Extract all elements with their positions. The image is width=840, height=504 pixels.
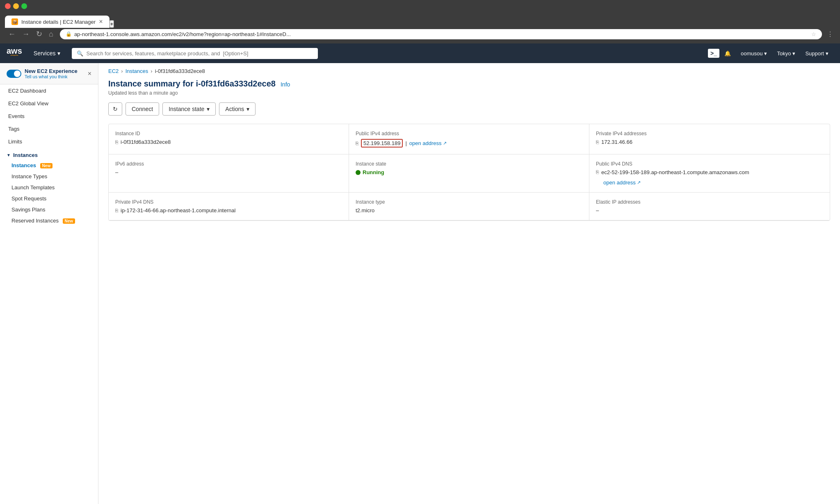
actions-button[interactable]: Actions ▾ [219, 102, 256, 116]
sidebar-item-savings-plans[interactable]: Savings Plans [0, 204, 98, 215]
services-button[interactable]: Services ▾ [29, 50, 65, 57]
copy-public-ipv4-icon[interactable]: ⎘ [356, 141, 358, 146]
terminal-icon[interactable]: >_ [708, 49, 719, 58]
region-text: Tokyo [777, 50, 791, 57]
private-ipv4-label: Private IPv4 addresses [596, 131, 823, 136]
copy-private-dns-icon[interactable]: ⎘ [115, 208, 118, 213]
detail-cell-public-ipv4: Public IPv4 address ⎘ 52.199.158.189 | o… [349, 124, 589, 154]
sidebar-item-launch-templates[interactable]: Launch Templates [0, 182, 98, 193]
sidebar-item-tags[interactable]: Tags [0, 123, 98, 135]
instance-type-value: t2.micro [356, 207, 582, 213]
reserved-new-badge: New [63, 218, 75, 224]
instance-id-value: ⎘ i-0f31fd6a333d2ece8 [115, 139, 342, 145]
public-dns-text: ec2-52-199-158-189.ap-northeast-1.comput… [601, 169, 749, 175]
search-input[interactable] [87, 50, 313, 57]
instance-type-text: t2.micro [356, 207, 374, 213]
copy-private-ipv4-icon[interactable]: ⎘ [596, 139, 599, 145]
sidebar-item-limits[interactable]: Limits [0, 135, 98, 148]
instance-id-text: i-0f31fd6a333d2ece8 [121, 139, 171, 145]
region-button[interactable]: Tokyo ▾ [772, 43, 800, 63]
detail-cell-private-ipv4: Private IPv4 addresses ⎘ 172.31.46.66 [589, 124, 830, 154]
new-experience-link[interactable]: Tell us what you think [25, 74, 78, 79]
copy-public-dns-icon[interactable]: ⎘ [596, 169, 599, 175]
nav-home-button[interactable]: ⌂ [46, 28, 57, 40]
user-menu-button[interactable]: oomusou ▾ [736, 43, 772, 63]
search-bar[interactable]: 🔍 [72, 48, 318, 59]
detail-grid: Instance ID ⎘ i-0f31fd6a333d2ece8 Public… [108, 124, 830, 221]
new-experience-toggle[interactable] [7, 70, 21, 78]
instance-id-label: Instance ID [115, 131, 342, 136]
support-text: Support [805, 50, 824, 57]
search-icon: 🔍 [77, 50, 83, 57]
lock-icon: 🔒 [66, 31, 72, 37]
aws-logo-text: aws [7, 47, 22, 55]
info-link[interactable]: Info [281, 81, 290, 88]
new-experience-close[interactable]: × [88, 70, 91, 77]
window-control-minimize[interactable] [13, 3, 19, 9]
open-address-link[interactable]: open address ↗ [409, 140, 447, 146]
instance-summary: Instance summary for i-0f31fd6a333d2ece8… [98, 79, 840, 231]
nav-refresh-button[interactable]: ↻ [33, 28, 46, 40]
tab-close-button[interactable]: × [99, 18, 103, 25]
action-buttons: ↻ Connect Instance state ▾ Actions ▾ [108, 102, 830, 116]
sidebar-item-events[interactable]: Events [0, 110, 98, 123]
running-status: Running [356, 169, 384, 175]
ipv6-label: IPv6 address [115, 161, 342, 167]
instances-caret-icon: ▼ [7, 153, 11, 157]
public-ipv4-text: 52.199.158.189 [361, 139, 403, 148]
window-control-close[interactable] [5, 3, 11, 9]
open-dns-address-link[interactable]: open address ↗ [603, 179, 641, 186]
aws-logo: aws ⁀⁀ [7, 47, 22, 60]
notifications-button[interactable]: 🔔 [719, 43, 736, 63]
ipv6-value: – [115, 169, 342, 175]
browser-tab[interactable]: 📦 Instance details | EC2 Manager × [5, 16, 110, 28]
connect-button[interactable]: Connect [126, 102, 159, 116]
browser-action-btn[interactable]: ⋮ [825, 29, 835, 40]
sidebar-section-instances[interactable]: ▼ Instances [0, 148, 98, 160]
breadcrumb-sep-1: › [121, 68, 123, 74]
new-experience-label: New EC2 Experience [25, 68, 78, 74]
private-dns-label: Private IPv4 DNS [115, 199, 342, 205]
nav-forward-button[interactable]: → [19, 28, 33, 40]
sidebar-item-ec2-dashboard[interactable]: EC2 Dashboard [0, 84, 98, 97]
public-dns-value: ⎘ ec2-52-199-158-189.ap-northeast-1.comp… [596, 169, 823, 186]
detail-cell-instance-state: Instance state Running [349, 154, 589, 193]
private-dns-text: ip-172-31-46-66.ap-northeast-1.compute.i… [121, 207, 235, 213]
tab-title: Instance details | EC2 Manager [21, 19, 96, 25]
detail-cell-elastic-ip: Elastic IP addresses – [589, 193, 830, 220]
actions-label: Actions [225, 106, 244, 112]
services-dropdown-icon: ▾ [57, 50, 60, 57]
copy-instance-id-icon[interactable]: ⎘ [115, 139, 118, 145]
instance-state-button[interactable]: Instance state ▾ [162, 102, 216, 116]
instances-new-badge: New [40, 163, 53, 168]
bookmark-icon[interactable]: ☆ [811, 31, 816, 37]
support-dropdown-icon: ▾ [826, 50, 829, 57]
sidebar-item-instance-types[interactable]: Instance Types [0, 171, 98, 182]
elastic-ip-value: – [596, 207, 823, 213]
bell-icon: 🔔 [724, 50, 731, 57]
private-dns-value: ⎘ ip-172-31-46-66.ap-northeast-1.compute… [115, 207, 342, 213]
sidebar-item-reserved-instances[interactable]: Reserved Instances New [0, 215, 98, 226]
sidebar-item-instances[interactable]: Instances New [0, 160, 98, 171]
refresh-button[interactable]: ↻ [108, 102, 122, 116]
elastic-ip-label: Elastic IP addresses [596, 199, 823, 205]
breadcrumb-sep-2: › [151, 68, 152, 74]
tab-favicon: 📦 [11, 18, 18, 25]
instance-state-dropdown-icon: ▾ [207, 106, 210, 112]
ipv6-text: – [115, 169, 118, 175]
elastic-ip-text: – [596, 207, 599, 213]
aws-nav: aws ⁀⁀ Services ▾ 🔍 >_ 🔔 oomusou ▾ Tokyo… [0, 43, 840, 63]
private-ipv4-text: 172.31.46.66 [601, 139, 632, 145]
nav-back-button[interactable]: ← [5, 28, 19, 40]
support-button[interactable]: Support ▾ [800, 43, 833, 63]
instance-state-label: Instance state [356, 161, 582, 167]
refresh-icon: ↻ [113, 106, 118, 112]
sidebar-item-ec2-global-view[interactable]: EC2 Global View [0, 97, 98, 110]
breadcrumb-ec2[interactable]: EC2 [108, 68, 119, 74]
sidebar-item-spot-requests[interactable]: Spot Requests [0, 193, 98, 204]
new-tab-button[interactable]: + [110, 20, 114, 28]
address-bar[interactable]: 🔒 ap-northeast-1.console.aws.amazon.com/… [60, 29, 822, 39]
breadcrumb-instances[interactable]: Instances [126, 68, 148, 74]
public-dns-label: Public IPv4 DNS [596, 161, 823, 167]
window-control-maximize[interactable] [21, 3, 27, 9]
